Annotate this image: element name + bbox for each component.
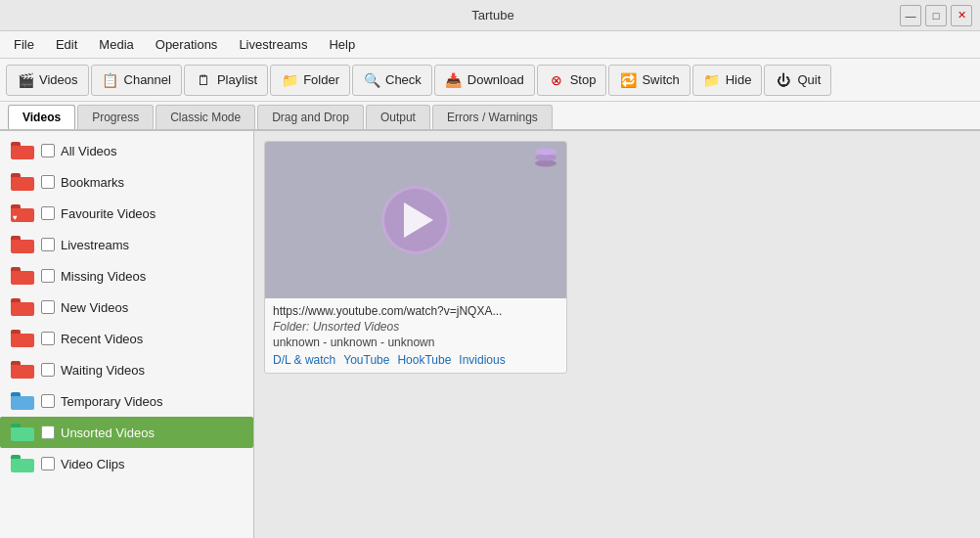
tab-progress[interactable]: Progress <box>77 105 154 129</box>
invidious-link[interactable]: Invidious <box>459 353 505 367</box>
channel-label: Channel <box>124 72 171 87</box>
switch-button[interactable]: 🔁 Switch <box>608 65 690 96</box>
checkbox-unsorted-videos[interactable] <box>41 426 55 439</box>
svg-point-2 <box>535 149 557 156</box>
tab-output[interactable]: Output <box>366 105 430 129</box>
title-bar: Tartube — □ ✕ <box>0 0 980 31</box>
folder-red-icon <box>10 171 35 193</box>
tab-drag-and-drop[interactable]: Drag and Drop <box>257 105 364 129</box>
sidebar-item-label: Missing Videos <box>61 269 146 284</box>
download-icon: 📥 <box>445 71 463 89</box>
window-title: Tartube <box>86 8 900 22</box>
folder-green-icon <box>10 453 35 474</box>
checkbox-favourite-videos[interactable] <box>41 206 55 220</box>
main-content: All Videos Bookmarks ♥ Favourite Videos … <box>0 131 980 538</box>
dl-watch-link[interactable]: D/L & watch <box>273 353 335 367</box>
folder-red-icon <box>10 265 35 287</box>
video-card: https://www.youtube.com/watch?v=jNQXA...… <box>264 141 567 374</box>
sidebar: All Videos Bookmarks ♥ Favourite Videos … <box>0 131 254 538</box>
sidebar-item-label: Temporary Videos <box>61 394 163 409</box>
video-thumbnail <box>265 142 566 298</box>
sidebar-item-favourite-videos[interactable]: ♥ Favourite Videos <box>0 198 253 229</box>
playlist-label: Playlist <box>217 72 257 87</box>
check-label: Check <box>385 72 422 87</box>
checkbox-bookmarks[interactable] <box>41 175 55 189</box>
svg-point-1 <box>535 155 557 161</box>
sidebar-item-recent-videos[interactable]: Recent Videos <box>0 323 253 354</box>
stop-icon: ⊗ <box>548 71 565 89</box>
videos-button[interactable]: 🎬 Videos <box>6 65 89 96</box>
folder-red-icon <box>10 328 35 349</box>
sidebar-item-temporary-videos[interactable]: Temporary Videos <box>0 385 253 417</box>
sidebar-item-unsorted-videos[interactable]: Unsorted Videos <box>0 417 253 448</box>
checkbox-all-videos[interactable] <box>41 144 55 157</box>
window-controls: — □ ✕ <box>900 5 972 26</box>
sidebar-item-label: Bookmarks <box>61 175 124 190</box>
close-button[interactable]: ✕ <box>951 5 972 26</box>
videos-icon: 🎬 <box>17 71 34 89</box>
tab-errors-warnings[interactable]: Errors / Warnings <box>432 105 553 129</box>
checkbox-video-clips[interactable] <box>41 457 55 471</box>
hide-button[interactable]: 📁 Hide <box>692 65 763 96</box>
folder-red-icon <box>10 296 35 318</box>
checkbox-recent-videos[interactable] <box>41 332 55 345</box>
checkbox-temporary-videos[interactable] <box>41 394 55 408</box>
minimize-button[interactable]: — <box>900 5 921 26</box>
quit-button[interactable]: ⏻ Quit <box>764 65 831 96</box>
maximize-button[interactable]: □ <box>925 5 947 26</box>
switch-icon: 🔁 <box>619 71 637 89</box>
youtube-link[interactable]: YouTube <box>343 353 389 367</box>
sidebar-item-label: Unsorted Videos <box>61 426 155 440</box>
stop-button[interactable]: ⊗ Stop <box>537 65 607 96</box>
menu-edit[interactable]: Edit <box>46 33 87 56</box>
folder-red-icon <box>10 234 35 255</box>
sidebar-item-video-clips[interactable]: Video Clips <box>0 448 253 479</box>
folder-red-icon: ♥ <box>10 202 35 224</box>
quit-label: Quit <box>797 72 821 87</box>
sidebar-item-label: Waiting Videos <box>61 363 145 378</box>
sidebar-item-label: New Videos <box>61 300 128 315</box>
play-button[interactable] <box>381 186 450 254</box>
menu-livestreams[interactable]: Livestreams <box>229 33 317 56</box>
sidebar-item-new-videos[interactable]: New Videos <box>0 291 253 323</box>
checkbox-new-videos[interactable] <box>41 300 55 314</box>
hide-icon: 📁 <box>703 71 721 89</box>
sidebar-item-missing-videos[interactable]: Missing Videos <box>0 260 253 291</box>
menu-media[interactable]: Media <box>89 33 143 56</box>
sidebar-item-bookmarks[interactable]: Bookmarks <box>0 166 253 198</box>
checkbox-livestreams[interactable] <box>41 238 55 251</box>
menu-file[interactable]: File <box>4 33 44 56</box>
check-button[interactable]: 🔍 Check <box>352 65 432 96</box>
sidebar-item-label: All Videos <box>61 144 117 158</box>
folder-blue-icon <box>10 390 35 412</box>
content-panel: https://www.youtube.com/watch?v=jNQXA...… <box>254 131 980 538</box>
check-icon: 🔍 <box>363 71 380 89</box>
download-label: Download <box>468 72 524 87</box>
video-meta: unknown - unknown - unknown <box>273 336 558 349</box>
video-links: D/L & watch YouTube HookTube Invidious <box>273 353 558 367</box>
tab-bar: Videos Progress Classic Mode Drag and Dr… <box>0 102 980 131</box>
folder-button[interactable]: 📁 Folder <box>270 65 350 96</box>
channel-button[interactable]: 📋 Channel <box>91 65 182 96</box>
playlist-button[interactable]: 🗒 Playlist <box>184 65 268 96</box>
tab-videos[interactable]: Videos <box>8 105 75 129</box>
menu-bar: File Edit Media Operations Livestreams H… <box>0 31 980 59</box>
folder-red-icon <box>10 140 35 161</box>
menu-operations[interactable]: Operations <box>146 33 228 56</box>
sidebar-item-livestreams[interactable]: Livestreams <box>0 229 253 260</box>
channel-icon: 📋 <box>102 71 119 89</box>
download-button[interactable]: 📥 Download <box>434 65 535 96</box>
folder-label: Folder <box>303 72 339 87</box>
checkbox-missing-videos[interactable] <box>41 269 55 283</box>
switch-label: Switch <box>642 72 679 87</box>
sidebar-item-waiting-videos[interactable]: Waiting Videos <box>0 354 253 385</box>
menu-help[interactable]: Help <box>319 33 365 56</box>
checkbox-waiting-videos[interactable] <box>41 363 55 377</box>
folder-red-icon <box>10 359 35 381</box>
sidebar-item-label: Recent Videos <box>61 332 143 346</box>
sidebar-item-all-videos[interactable]: All Videos <box>0 135 253 166</box>
sidebar-item-label: Video Clips <box>61 457 125 471</box>
hooktube-link[interactable]: HookTube <box>397 353 451 367</box>
tab-classic-mode[interactable]: Classic Mode <box>156 105 255 129</box>
video-url: https://www.youtube.com/watch?v=jNQXA... <box>273 304 558 318</box>
